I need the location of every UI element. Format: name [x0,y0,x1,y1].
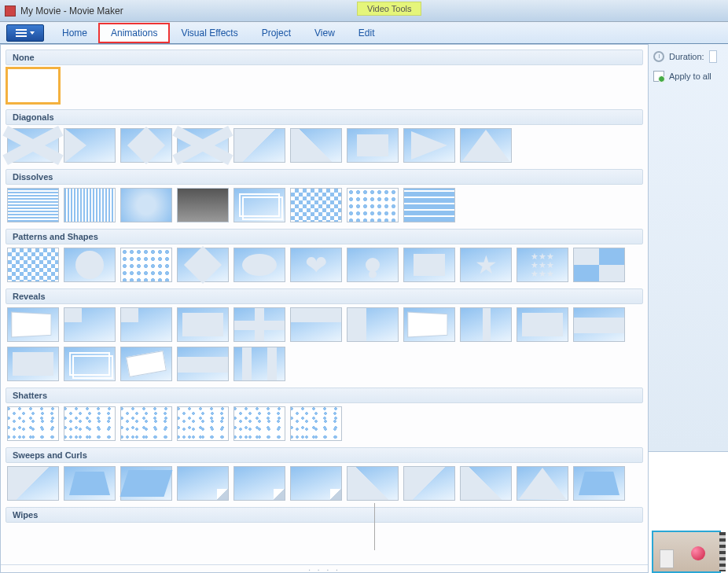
transition-thumb-diag-arrow-left[interactable] [403,128,455,163]
thumb-pattern-icon [347,308,398,341]
duration-label: Duration: [669,52,704,61]
transition-thumb-pat-stars[interactable] [517,248,568,282]
thumb-pattern-icon [404,467,454,500]
transition-thumb-dis-fade-black[interactable] [177,188,229,222]
transitions-gallery: NoneDiagonalsDissolvesPatterns and Shape… [0,44,649,573]
transition-thumb-sha-6[interactable] [290,406,342,441]
transition-thumb-rev-inset2[interactable] [7,347,59,381]
transition-thumb-swp-5[interactable] [233,466,285,501]
transition-thumb-rev-frame2[interactable] [64,347,116,381]
context-tab-video-tools[interactable]: Video Tools [357,2,421,16]
timeline-strip [649,452,728,573]
thumb-pattern-icon [404,308,454,341]
transition-thumb-sha-2[interactable] [64,406,116,441]
transition-thumb-swp-9[interactable] [460,466,512,501]
transition-thumb-diag-diamond[interactable] [120,128,172,163]
thumb-pattern-icon [121,129,171,162]
duration-icon [653,51,664,62]
transition-thumb-rev-vbars[interactable] [233,347,285,381]
tab-project[interactable]: Project [250,24,303,42]
transition-thumb-rev-cross[interactable] [233,307,285,342]
transition-thumb-swp-11[interactable] [573,466,625,501]
transition-thumb-pat-circle[interactable] [64,248,116,282]
transition-thumb-swp-6[interactable] [290,466,342,501]
thumb-pattern-icon [8,248,58,281]
transition-thumb-rev-flip[interactable] [403,307,455,342]
transition-thumb-pat-star[interactable] [460,248,512,282]
transition-thumb-diag-down-left[interactable] [290,128,342,163]
transition-thumb-rev-split-v[interactable] [347,307,399,342]
transition-thumb-dis-h-blinds[interactable] [7,188,59,222]
thumb-pattern-icon [121,407,171,440]
apply-all-row[interactable]: Apply to all [653,71,723,82]
transition-thumb-none[interactable] [7,68,59,103]
thumb-pattern-icon [347,467,398,500]
tab-animations[interactable]: Animations [99,24,169,42]
thumb-pattern-icon [178,308,228,341]
transition-thumb-sha-1[interactable] [7,406,59,441]
transition-thumb-swp-2[interactable] [64,466,116,501]
thumb-pattern-icon [64,347,115,380]
thumb-pattern-icon [461,248,511,281]
thumb-pattern-icon [291,248,341,281]
transition-thumb-diag-triangle-up[interactable] [460,128,512,163]
transition-thumb-swp-4[interactable] [177,466,229,501]
transition-thumb-rev-frame[interactable] [517,307,568,342]
gallery-scroll[interactable]: NoneDiagonalsDissolvesPatterns and Shape… [1,45,648,564]
transition-thumb-dis-pixelate[interactable] [290,188,342,222]
transition-thumb-pat-diamond[interactable] [177,248,229,282]
thumb-pattern-icon [64,189,115,222]
transition-thumb-pat-heart[interactable] [290,248,342,282]
category-header-reveals: Reveals [6,288,643,304]
thumb-pattern-icon [404,248,454,281]
transition-thumb-swp-10[interactable] [517,466,568,501]
ribbon-right-panel: Duration: Apply to all [649,44,728,452]
transition-thumb-rev-col[interactable] [460,307,512,342]
transition-thumb-swp-8[interactable] [403,466,455,501]
tab-visual-effects[interactable]: Visual Effects [169,24,249,42]
transition-thumb-pat-pinwheel[interactable] [573,248,625,282]
transition-thumb-pat-oval[interactable] [233,248,285,282]
transition-thumb-swp-7[interactable] [347,466,399,501]
transition-thumb-rev-page-3d[interactable] [7,307,59,342]
transition-thumb-dis-crossfade[interactable] [233,188,285,222]
tab-home[interactable]: Home [50,24,99,42]
thumb-pattern-icon [234,308,285,341]
transition-thumb-diag-down-right[interactable] [233,128,285,163]
transition-thumb-diag-box-out[interactable] [347,128,399,163]
transition-thumb-rev-tilt[interactable] [120,347,172,381]
transition-thumb-sha-4[interactable] [177,406,229,441]
resize-grip[interactable]: . . . . [1,564,648,572]
transition-thumb-dis-v-blinds[interactable] [64,188,116,222]
timeline-clip[interactable] [652,531,721,573]
category-row-sweeps [6,466,643,501]
transition-thumb-rev-hbars2[interactable] [177,347,229,381]
transition-thumb-pat-rect[interactable] [403,248,455,282]
transition-thumb-pat-circles[interactable] [120,248,172,282]
transition-thumb-dis-dissolve[interactable] [347,188,399,222]
transition-thumb-diag-bowtie[interactable] [7,128,59,163]
transition-thumb-rev-inset[interactable] [177,307,229,342]
tab-edit[interactable]: Edit [347,24,387,42]
transition-thumb-sha-3[interactable] [120,406,172,441]
transition-thumb-rev-bars-h[interactable] [573,307,625,342]
duration-input[interactable] [709,50,717,63]
transition-thumb-rev-inset-tl[interactable] [120,307,172,342]
transition-thumb-dis-bricks[interactable] [403,188,455,222]
transition-thumb-swp-3[interactable] [120,466,172,501]
file-menu-button[interactable] [6,24,44,42]
transition-thumb-rev-corner[interactable] [64,307,116,342]
tab-view[interactable]: View [303,24,347,42]
thumb-pattern-icon [121,467,171,500]
transition-thumb-pat-keyhole[interactable] [347,248,399,282]
transition-thumb-dis-blur[interactable] [120,188,172,222]
thumb-pattern-icon [8,407,58,440]
transition-thumb-diag-cross[interactable] [177,128,229,163]
transition-thumb-swp-1[interactable] [7,466,59,501]
transition-thumb-pat-checker[interactable] [7,248,59,282]
transition-thumb-rev-split-h[interactable] [290,307,342,342]
transition-thumb-sha-5[interactable] [233,406,285,441]
transition-thumb-diag-hourglass[interactable] [64,128,116,163]
thumb-pattern-icon [461,308,511,341]
thumb-pattern-icon [517,248,568,281]
